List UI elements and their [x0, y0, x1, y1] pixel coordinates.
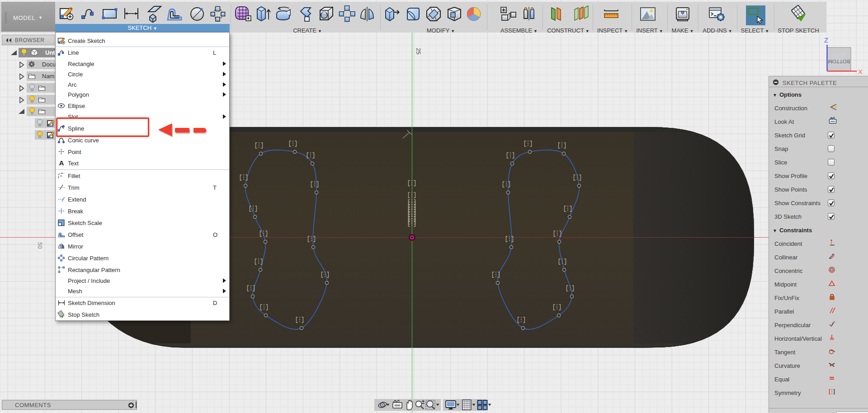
svg-text:BOTTOM: BOTTOM [828, 59, 850, 64]
svg-text:Z: Z [824, 36, 828, 44]
svg-text:50: 50 [37, 242, 43, 249]
svg-text:X: X [858, 68, 863, 75]
svg-text:A: A [59, 159, 64, 167]
svg-text:25: 25 [415, 48, 422, 54]
